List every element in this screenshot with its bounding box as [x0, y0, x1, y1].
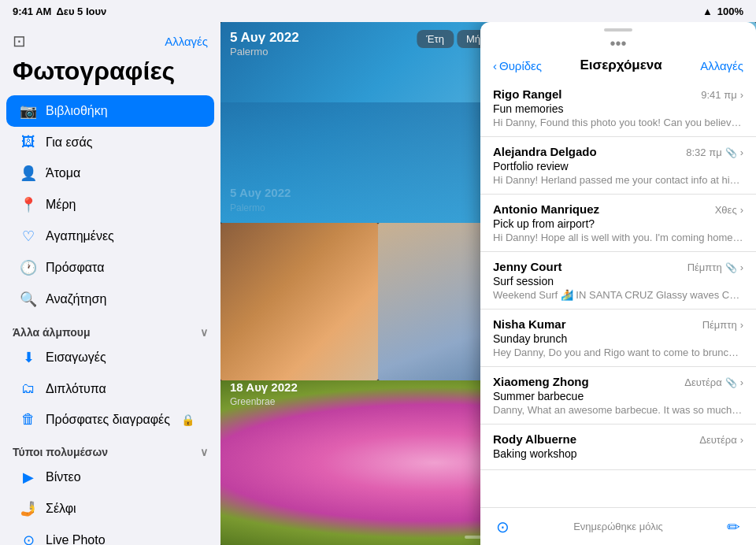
favorites-icon: ♡ [19, 228, 38, 245]
sidebar-item-label-selfies: Σέλφι [46, 502, 76, 516]
sidebar-item-search[interactable]: 🔍 Αναζήτηση [6, 284, 214, 315]
mail-list: Rigo Rangel 9:41 πμ › Fun memories Hi Da… [480, 80, 756, 507]
albums-section-header[interactable]: Άλλα άλμπουμ ∨ [0, 315, 220, 342]
sidebar-item-label-for-you: Για εσάς [46, 135, 92, 150]
sidebar-item-label-library: Βιβλιοθήκη [46, 104, 108, 118]
mail-preview-1: Hi Danny, Found this photo you took! Can… [493, 117, 743, 128]
photo-section-location-1: Palermo [230, 46, 299, 57]
places-icon: 📍 [19, 196, 38, 213]
status-bar: 9:41 AM Δευ 5 Ιουν ▲ 100% [0, 0, 756, 22]
sidebar-item-duplicates[interactable]: 🗂 Διπλότυπα [6, 373, 214, 404]
mail-time-2: 8:32 πμ 📎 › [686, 146, 743, 158]
mail-chevron-4: › [740, 261, 743, 273]
mail-preview-2: Hi Danny! Herland passed me your contact… [493, 174, 743, 186]
attachment-icon-2: 📎 [725, 147, 737, 158]
mail-item-1[interactable]: Rigo Rangel 9:41 πμ › Fun memories Hi Da… [480, 80, 756, 137]
media-section-header[interactable]: Τύποι πολυμέσων ∨ [0, 435, 220, 462]
mail-preview-6: Danny, What an awesome barbecue. It was … [493, 404, 743, 416]
sidebar-item-label-live-photos: Live Photo [46, 533, 106, 545]
mail-back-button[interactable]: ‹ Θυρίδες [493, 59, 542, 72]
status-time: 9:41 AM [13, 6, 51, 17]
mail-item-5[interactable]: Nisha Kumar Πέμπτη › Sunday brunch Hey D… [480, 310, 756, 367]
sidebar-item-recently-deleted[interactable]: 🗑 Πρόσφατες διαγραφές 🔒 [6, 404, 214, 435]
mail-subject-3: Pick up from airport? [493, 217, 743, 230]
sidebar-item-imports[interactable]: ⬇ Εισαγωγές [6, 342, 214, 373]
mail-subject-5: Sunday brunch [493, 332, 743, 345]
dots-icon[interactable]: ••• [610, 35, 626, 53]
mail-nav: ‹ Θυρίδες Εισερχόμενα Αλλαγές [480, 57, 756, 80]
sidebar-item-places[interactable]: 📍 Μέρη [6, 189, 214, 221]
mail-time-3: Χθες › [715, 204, 743, 216]
mail-chevron-7: › [740, 434, 743, 446]
mail-time-5: Πέμπτη › [702, 319, 743, 331]
sidebar-toggle-icon[interactable]: ⊡ [13, 32, 26, 50]
sidebar-item-for-you[interactable]: 🖼 Για εσάς [6, 127, 214, 158]
mail-chevron-5: › [740, 319, 743, 331]
mail-subject-4: Surf session [493, 275, 743, 287]
mail-item-2[interactable]: Alejandra Delgado 8:32 πμ 📎 › Portfolio … [480, 137, 756, 195]
mail-subject-1: Fun memories [493, 102, 743, 115]
mail-item-7-header: Rody Albuerne Δευτέρα › [493, 432, 743, 446]
mail-time-value-4: Πέμπτη [687, 261, 722, 273]
search-icon: 🔍 [19, 291, 38, 308]
mail-time-1: 9:41 πμ › [701, 89, 743, 101]
mail-time-value-6: Δευτέρα [684, 376, 721, 388]
status-date: Δευ 5 Ιουν [56, 6, 106, 17]
mail-item-7[interactable]: Rody Albuerne Δευτέρα › Baking workshop [480, 425, 756, 470]
mail-panel: ••• ‹ Θυρίδες Εισερχόμενα Αλλαγές Rigo R… [480, 22, 756, 545]
sidebar-title: Φωτογραφίες [0, 54, 220, 95]
mail-inbox-title: Εισερχόμενα [548, 57, 694, 73]
mail-edit-button[interactable]: Αλλαγές [700, 59, 743, 72]
mail-update-status: Ενημερώθηκε μόλις [573, 521, 663, 532]
battery-label: 100% [717, 6, 743, 17]
mail-filter-icon[interactable]: ⊙ [496, 517, 510, 536]
mail-item-1-header: Rigo Rangel 9:41 πμ › [493, 87, 743, 101]
attachment-icon-6: 📎 [725, 377, 737, 388]
mail-compose-icon[interactable]: ✏ [727, 517, 740, 536]
photo-section-date-2: 18 Αυγ 2022 [230, 380, 298, 394]
mail-subject-6: Summer barbecue [493, 390, 743, 402]
sidebar-item-label-videos: Βίντεο [46, 470, 81, 484]
filter-years-button[interactable]: Έτη [417, 30, 454, 48]
for-you-icon: 🖼 [19, 134, 38, 150]
library-icon: 📷 [19, 102, 38, 120]
sidebar-edit-button[interactable]: Αλλαγές [165, 35, 208, 48]
mail-chevron-2: › [740, 146, 743, 158]
panel-dots[interactable]: ••• [480, 35, 756, 57]
mail-item-6[interactable]: Xiaomeng Zhong Δευτέρα 📎 › Summer barbec… [480, 367, 756, 425]
sidebar-item-library[interactable]: 📷 Βιβλιοθήκη [6, 95, 214, 127]
mail-item-4[interactable]: Jenny Court Πέμπτη 📎 › Surf session Week… [480, 252, 756, 310]
albums-section-label: Άλλα άλμπουμ [13, 326, 91, 339]
media-chevron-icon: ∨ [200, 446, 208, 458]
mail-sender-5: Nisha Kumar [493, 317, 566, 331]
lock-icon: 🔒 [181, 413, 195, 426]
mail-time-value-2: 8:32 πμ [686, 146, 721, 158]
photo-section-date-1: 5 Αυγ 2022 [230, 30, 299, 46]
photo-tile-cliffs[interactable] [220, 223, 378, 380]
sidebar-item-label-recent: Πρόσφατα [46, 261, 104, 275]
sidebar-item-recent[interactable]: 🕐 Πρόσφατα [6, 252, 214, 284]
sidebar-item-favorites[interactable]: ♡ Αγαπημένες [6, 221, 214, 252]
sidebar-item-label-search: Αναζήτηση [46, 292, 106, 306]
wifi-icon: ▲ [702, 6, 713, 17]
mail-time-value-5: Πέμπτη [702, 319, 737, 331]
mail-sender-1: Rigo Rangel [493, 87, 562, 101]
mail-item-4-header: Jenny Court Πέμπτη 📎 › [493, 260, 743, 273]
sidebar: ⊡ Αλλαγές Φωτογραφίες 📷 Βιβλιοθήκη 🖼 Για… [0, 22, 220, 545]
mail-item-3[interactable]: Antonio Manriquez Χθες › Pick up from ai… [480, 195, 756, 252]
back-label[interactable]: Θυρίδες [499, 59, 542, 72]
sidebar-item-label-imports: Εισαγωγές [46, 350, 106, 365]
sidebar-item-people[interactable]: 👤 Άτομα [6, 158, 214, 189]
trash-icon: 🗑 [19, 411, 38, 428]
mail-time-value-7: Δευτέρα [699, 434, 736, 446]
albums-chevron-icon: ∨ [200, 326, 208, 339]
sidebar-item-selfies[interactable]: 🤳 Σέλφι [6, 493, 214, 525]
mail-sender-4: Jenny Court [493, 260, 562, 273]
mail-time-value-3: Χθες [715, 204, 737, 216]
duplicates-icon: 🗂 [19, 380, 38, 397]
sidebar-header: ⊡ Αλλαγές [0, 22, 220, 54]
sidebar-item-live-photos[interactable]: ⊙ Live Photo [6, 525, 214, 545]
sidebar-item-videos[interactable]: ▶ Βίντεο [6, 462, 214, 493]
recent-icon: 🕐 [19, 259, 38, 276]
selfie-icon: 🤳 [19, 500, 38, 517]
